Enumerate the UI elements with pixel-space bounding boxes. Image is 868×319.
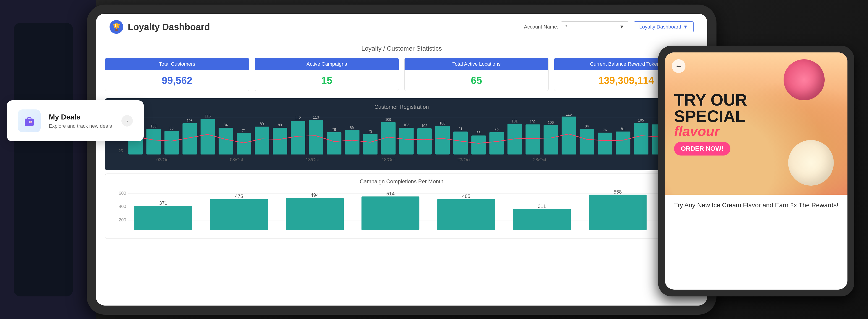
svg-text:96: 96 (169, 127, 174, 130)
svg-text:76: 76 (603, 128, 607, 132)
svg-text:84: 84 (224, 123, 228, 127)
svg-text:13/Oct: 13/Oct (306, 157, 319, 162)
svg-text:73: 73 (368, 129, 372, 133)
svg-rect-96 (589, 195, 647, 230)
svg-rect-44 (454, 132, 468, 155)
svg-rect-16 (200, 119, 215, 154)
promo-image-area: ← TRY OUR SPECIAL flavour ORDER NOW! (665, 53, 847, 195)
account-name-dropdown[interactable]: * ▼ (561, 22, 629, 32)
svg-rect-62 (616, 132, 630, 155)
stat-card-header-campaigns: Active Campaigns (255, 58, 399, 70)
svg-rect-94 (513, 209, 571, 230)
svg-text:84: 84 (585, 124, 589, 128)
svg-text:28/Oct: 28/Oct (533, 157, 546, 162)
svg-text:105: 105 (638, 118, 644, 122)
tablet-screen: 🏆 Loyalty Dashboard Account Name: * ▼ (96, 14, 707, 306)
order-now-button[interactable]: ORDER NOW! (674, 142, 731, 156)
svg-text:71: 71 (242, 129, 246, 133)
my-deals-card[interactable]: % My Deals Explore and track new deals › (7, 100, 144, 141)
customer-chart-title: Customer Registration (305, 104, 498, 110)
svg-text:494: 494 (311, 192, 319, 198)
svg-text:81: 81 (458, 127, 462, 131)
svg-rect-24 (273, 128, 287, 154)
svg-rect-12 (164, 131, 179, 155)
svg-text:106: 106 (548, 121, 554, 125)
svg-text:85: 85 (350, 125, 354, 129)
svg-text:475: 475 (235, 194, 243, 199)
account-select-label: Account Name: * ▼ (524, 22, 629, 32)
svg-rect-34 (363, 134, 378, 155)
svg-text:514: 514 (386, 191, 395, 196)
svg-rect-88 (286, 198, 344, 230)
svg-text:371: 371 (159, 200, 167, 206)
shopping-bag-icon: % (22, 114, 36, 128)
promo-line2: SPECIAL (674, 108, 747, 125)
svg-text:03/Oct: 03/Oct (156, 157, 169, 162)
svg-text:18/Oct: 18/Oct (381, 157, 395, 162)
svg-rect-40 (417, 128, 432, 154)
svg-rect-18 (219, 128, 233, 154)
promo-description-text: Try Any New Ice Cream Flavor and Earn 2x… (672, 201, 841, 209)
stats-cards-container: Total Customers 99,562 Active Campaigns … (105, 58, 698, 91)
ice-cream-scoop-pink (783, 59, 825, 100)
svg-rect-92 (437, 199, 495, 230)
stat-card-header-customers: Total Customers (105, 58, 249, 70)
account-name-label: Account Name: (524, 24, 558, 30)
svg-text:102: 102 (422, 124, 427, 128)
svg-text:102: 102 (530, 120, 535, 124)
customer-registration-svg: 100 75 50 25 110 103 (112, 114, 691, 164)
campaign-completions-chart: Campaign Completions Per Month 600 400 2… (105, 173, 698, 239)
stats-section: Loyalty / Customer Statistics Total Cust… (96, 40, 707, 95)
svg-rect-90 (362, 196, 420, 230)
back-arrow-button[interactable]: ← (672, 59, 685, 73)
svg-text:600: 600 (119, 191, 126, 196)
stat-card-value-locations: 65 (405, 70, 548, 91)
svg-text:23/Oct: 23/Oct (457, 157, 470, 162)
svg-text:558: 558 (614, 189, 622, 195)
my-deals-title: My Deals (49, 113, 113, 121)
svg-rect-58 (580, 129, 594, 154)
account-placeholder: * (565, 24, 567, 30)
svg-text:81: 81 (621, 127, 625, 131)
svg-rect-10 (146, 129, 161, 154)
svg-rect-32 (345, 130, 360, 154)
svg-text:112: 112 (295, 116, 301, 120)
header-left: 🏆 Loyalty Dashboard (110, 20, 210, 34)
loyalty-button-arrow: ▼ (683, 24, 688, 30)
svg-text:08/Oct: 08/Oct (230, 157, 243, 162)
left-panel (0, 0, 96, 319)
svg-text:89: 89 (278, 123, 282, 127)
stat-card-active-campaigns: Active Campaigns 15 (255, 58, 399, 91)
loyalty-dashboard-button[interactable]: Loyalty Dashboard ▼ (634, 22, 694, 32)
svg-text:25: 25 (118, 149, 123, 153)
stat-card-value-customers: 99,562 (105, 70, 249, 91)
svg-text:103: 103 (403, 123, 409, 127)
svg-text:485: 485 (462, 194, 470, 199)
svg-rect-60 (598, 133, 613, 155)
my-deals-subtitle: Explore and track new deals (49, 123, 113, 129)
svg-rect-64 (634, 123, 649, 155)
phone-device: ← TRY OUR SPECIAL flavour ORDER NOW! Try… (658, 45, 854, 296)
left-panel-screen (14, 23, 73, 296)
ice-cream-scoop-vanilla (788, 140, 834, 186)
stat-card-value-campaigns: 15 (255, 70, 399, 91)
campaign-chart-title: Campaign Completions Per Month (112, 178, 691, 185)
svg-text:113: 113 (313, 116, 319, 119)
page-title: Loyalty Dashboard (128, 22, 210, 32)
customer-registration-chart: Customer Registration Month | Days 100 7… (105, 98, 698, 170)
svg-text:68: 68 (476, 131, 480, 135)
deals-icon-container: % (18, 109, 41, 132)
header-right: Account Name: * ▼ Loyalty Dashboard ▼ (524, 22, 694, 32)
stat-card-total-customers: Total Customers 99,562 (105, 58, 249, 91)
svg-text:106: 106 (439, 121, 445, 125)
svg-rect-54 (544, 125, 558, 154)
deals-arrow-button[interactable]: › (121, 115, 133, 127)
svg-text:200: 200 (119, 217, 126, 222)
deals-text-container: My Deals Explore and track new deals (49, 113, 113, 129)
svg-rect-42 (435, 126, 450, 154)
stat-card-header-locations: Total Active Locations (405, 58, 548, 70)
svg-text:89: 89 (260, 122, 264, 126)
dashboard-header: 🏆 Loyalty Dashboard Account Name: * ▼ (96, 14, 707, 40)
svg-rect-46 (471, 135, 486, 154)
svg-text:101: 101 (512, 119, 518, 123)
